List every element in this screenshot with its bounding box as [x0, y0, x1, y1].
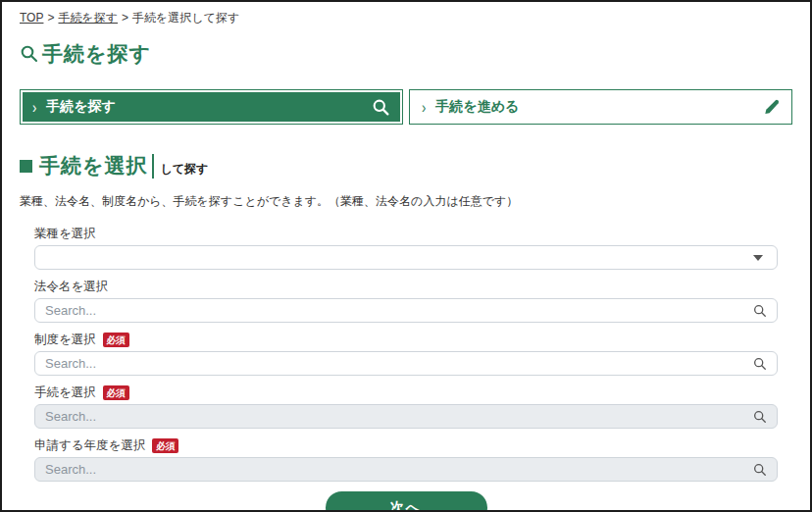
page-title: 手続を探す: [20, 40, 792, 68]
field-law-name: 法令名を選択: [34, 279, 778, 323]
page-title-text: 手続を探す: [42, 40, 151, 68]
page-frame: TOP>手続を探す>手続を選択して探す 手続を探す › 手続を探す › 手続を進…: [0, 0, 812, 512]
system-search-input[interactable]: [34, 351, 778, 376]
field-procedure: 手続を選択 必須: [34, 384, 778, 429]
section-suffix: して探す: [161, 155, 209, 178]
chevron-right-icon: ›: [32, 98, 36, 117]
field-label: 業種を選択: [34, 226, 96, 242]
search-icon: [20, 44, 39, 64]
breadcrumb-separator: >: [47, 11, 54, 25]
field-label: 制度を選択: [34, 332, 96, 348]
search-input[interactable]: [45, 303, 745, 318]
breadcrumb: TOP>手続を探す>手続を選択して探す: [20, 10, 792, 26]
breadcrumb-current: 手続を選択して探す: [132, 11, 239, 25]
search-icon: [753, 357, 767, 371]
section-heading: 手続を選択 して探す: [20, 152, 792, 179]
tab-proceed-procedure[interactable]: › 手続を進める: [409, 89, 792, 125]
field-label: 法令名を選択: [34, 279, 108, 295]
section-title: 手続を選択: [39, 152, 148, 179]
section-divider: [152, 154, 154, 179]
law-name-search-input[interactable]: [34, 298, 778, 323]
search-icon: [753, 410, 767, 424]
procedure-search-input[interactable]: [34, 404, 778, 429]
search-input[interactable]: [45, 356, 745, 371]
required-badge: 必須: [103, 333, 129, 346]
breadcrumb-separator: >: [122, 11, 128, 25]
fiscal-year-search-input[interactable]: [34, 457, 778, 482]
breadcrumb-link-top[interactable]: TOP: [20, 11, 43, 25]
field-industry: 業種を選択: [34, 226, 778, 270]
section-description: 業種、法令名、制度名から、手続を探すことができます。（業種、法令名の入力は任意で…: [20, 193, 792, 210]
field-label: 申請する年度を選択: [34, 437, 145, 454]
procedure-search-form: 業種を選択 法令名を選択 制度を選択 必須: [34, 226, 778, 512]
required-badge: 必須: [103, 385, 129, 399]
industry-select[interactable]: [34, 245, 778, 270]
tab-bar: › 手続を探す › 手続を進める: [20, 89, 792, 125]
field-system: 制度を選択 必須: [34, 332, 778, 376]
search-icon: [753, 463, 767, 477]
search-input[interactable]: [45, 462, 745, 477]
field-fiscal-year: 申請する年度を選択 必須: [34, 437, 778, 482]
next-button[interactable]: 次へ: [326, 491, 487, 512]
search-input[interactable]: [45, 409, 745, 424]
pencil-icon: [763, 99, 780, 116]
required-badge: 必須: [152, 438, 178, 452]
tab-label: 手続を進める: [435, 98, 519, 116]
tab-find-procedure[interactable]: › 手続を探す: [20, 89, 403, 125]
breadcrumb-link-search[interactable]: 手続を探す: [58, 11, 118, 25]
chevron-right-icon: ›: [422, 98, 426, 117]
search-icon: [372, 98, 390, 117]
search-icon: [753, 304, 767, 318]
field-label: 手続を選択: [34, 384, 96, 401]
caret-down-icon: [753, 255, 763, 261]
square-bullet-icon: [20, 160, 32, 173]
tab-label: 手続を探す: [46, 98, 116, 116]
